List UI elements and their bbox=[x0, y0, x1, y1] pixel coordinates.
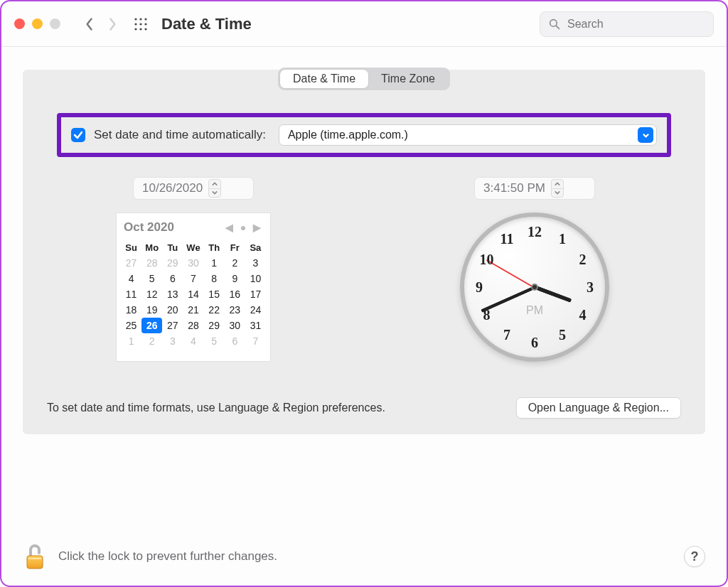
calendar-day[interactable]: 20 bbox=[162, 302, 183, 318]
calendar-month: Oct 2020 bbox=[124, 220, 174, 235]
calendar-day[interactable]: 12 bbox=[141, 286, 162, 302]
calendar-day[interactable]: 5 bbox=[141, 271, 162, 286]
date-value: 10/26/2020 bbox=[142, 181, 203, 195]
search-input[interactable] bbox=[566, 17, 705, 31]
toolbar: Date & Time bbox=[1, 1, 727, 47]
date-step-buttons[interactable] bbox=[208, 179, 221, 198]
calendar-day[interactable]: 28 bbox=[141, 255, 162, 271]
analog-clock: PM 123456789101112 bbox=[460, 212, 609, 362]
clock-ampm: PM bbox=[526, 304, 543, 317]
clock-numeral: 8 bbox=[478, 306, 495, 323]
calendar-day[interactable]: 4 bbox=[183, 333, 203, 349]
clock-numeral: 10 bbox=[478, 251, 495, 268]
calendar-day[interactable]: 13 bbox=[162, 286, 183, 302]
calendar-day[interactable]: 7 bbox=[183, 271, 203, 286]
calendar-day[interactable]: 29 bbox=[204, 318, 225, 333]
calendar-day[interactable]: 10 bbox=[245, 271, 266, 286]
calendar-day[interactable]: 30 bbox=[225, 318, 245, 333]
help-button[interactable]: ? bbox=[684, 546, 705, 567]
calendar-weekday: Tu bbox=[162, 240, 183, 255]
calendar-day[interactable]: 29 bbox=[162, 255, 183, 271]
time-server-combo[interactable]: Apple (time.apple.com.) bbox=[279, 124, 657, 146]
calendar-day[interactable]: 25 bbox=[121, 318, 141, 333]
auto-time-label: Set date and time automatically: bbox=[94, 128, 266, 142]
calendar-weekday: Mo bbox=[141, 240, 162, 255]
clock-numeral: 1 bbox=[554, 230, 571, 247]
svg-point-7 bbox=[139, 28, 141, 30]
tab-bar: Date & Time Time Zone bbox=[278, 68, 450, 90]
calendar-day[interactable]: 8 bbox=[204, 271, 225, 286]
clock-numeral: 11 bbox=[498, 230, 515, 247]
calendar-nav[interactable]: ◀ ● ▶ bbox=[225, 222, 263, 233]
open-language-region-button[interactable]: Open Language & Region... bbox=[516, 397, 681, 419]
search-icon bbox=[549, 18, 560, 31]
calendar-day[interactable]: 23 bbox=[225, 302, 245, 318]
calendar[interactable]: Oct 2020 ◀ ● ▶ SuMoTuWeThFrSa27282930123… bbox=[116, 212, 271, 362]
calendar-day[interactable]: 5 bbox=[204, 333, 225, 349]
date-stepper[interactable]: 10/26/2020 bbox=[133, 177, 254, 200]
calendar-day[interactable]: 7 bbox=[245, 333, 266, 349]
minimize-icon[interactable] bbox=[32, 18, 43, 29]
hour-hand bbox=[534, 285, 572, 303]
calendar-day[interactable]: 1 bbox=[121, 333, 141, 349]
show-all-icon[interactable] bbox=[130, 14, 151, 35]
back-button[interactable] bbox=[80, 14, 99, 34]
calendar-day[interactable]: 19 bbox=[141, 302, 162, 318]
calendar-day[interactable]: 6 bbox=[162, 271, 183, 286]
calendar-day[interactable]: 4 bbox=[121, 271, 141, 286]
calendar-day[interactable]: 6 bbox=[225, 333, 245, 349]
calendar-weekday: Su bbox=[121, 240, 141, 255]
svg-line-10 bbox=[556, 26, 559, 28]
calendar-day[interactable]: 15 bbox=[204, 286, 225, 302]
page-title: Date & Time bbox=[161, 15, 252, 33]
svg-point-9 bbox=[550, 19, 557, 26]
window-controls bbox=[14, 18, 60, 29]
svg-point-3 bbox=[134, 23, 136, 25]
auto-time-checkbox[interactable] bbox=[71, 128, 85, 142]
calendar-day[interactable]: 3 bbox=[162, 333, 183, 349]
lock-hint: Click the lock to prevent further change… bbox=[58, 549, 277, 564]
calendar-day[interactable]: 1 bbox=[204, 255, 225, 271]
calendar-day[interactable]: 17 bbox=[245, 286, 266, 302]
calendar-day[interactable]: 21 bbox=[183, 302, 203, 318]
forward-button[interactable] bbox=[103, 14, 122, 34]
clock-numeral: 3 bbox=[582, 279, 599, 296]
time-server-value: Apple (time.apple.com.) bbox=[288, 129, 408, 141]
formats-hint: To set date and time formats, use Langua… bbox=[47, 402, 385, 414]
calendar-day[interactable]: 30 bbox=[183, 255, 203, 271]
time-step-buttons[interactable] bbox=[551, 179, 564, 198]
calendar-day[interactable]: 3 bbox=[245, 255, 266, 271]
calendar-day[interactable]: 26 bbox=[141, 318, 162, 333]
calendar-day[interactable]: 16 bbox=[225, 286, 245, 302]
calendar-day[interactable]: 22 bbox=[204, 302, 225, 318]
search-field[interactable] bbox=[540, 11, 714, 37]
svg-point-0 bbox=[134, 18, 136, 20]
preferences-pane: Date & Time Time Zone Set date and time … bbox=[23, 70, 705, 434]
calendar-weekday: We bbox=[183, 240, 203, 255]
calendar-day[interactable]: 18 bbox=[121, 302, 141, 318]
calendar-day[interactable]: 28 bbox=[183, 318, 203, 333]
time-value: 3:41:50 PM bbox=[483, 181, 545, 195]
tab-date-time[interactable]: Date & Time bbox=[280, 70, 368, 88]
clock-numeral: 4 bbox=[574, 306, 592, 323]
chevron-down-icon[interactable] bbox=[638, 127, 653, 143]
auto-time-row: Set date and time automatically: Apple (… bbox=[57, 113, 671, 157]
close-icon[interactable] bbox=[14, 18, 25, 29]
lock-icon[interactable] bbox=[23, 542, 47, 571]
svg-point-1 bbox=[139, 18, 141, 20]
clock-numeral: 6 bbox=[526, 334, 543, 351]
calendar-day[interactable]: 2 bbox=[141, 333, 162, 349]
time-stepper[interactable]: 3:41:50 PM bbox=[474, 177, 595, 200]
maximize-icon[interactable] bbox=[50, 18, 60, 29]
calendar-day[interactable]: 31 bbox=[245, 318, 266, 333]
calendar-day[interactable]: 9 bbox=[225, 271, 245, 286]
svg-point-2 bbox=[144, 18, 146, 20]
calendar-day[interactable]: 14 bbox=[183, 286, 203, 302]
calendar-day[interactable]: 27 bbox=[121, 255, 141, 271]
calendar-day[interactable]: 11 bbox=[121, 286, 141, 302]
calendar-day[interactable]: 27 bbox=[162, 318, 183, 333]
calendar-day[interactable]: 2 bbox=[225, 255, 245, 271]
calendar-day[interactable]: 24 bbox=[245, 302, 266, 318]
tab-time-zone[interactable]: Time Zone bbox=[368, 70, 448, 88]
clock-numeral: 7 bbox=[498, 327, 515, 344]
